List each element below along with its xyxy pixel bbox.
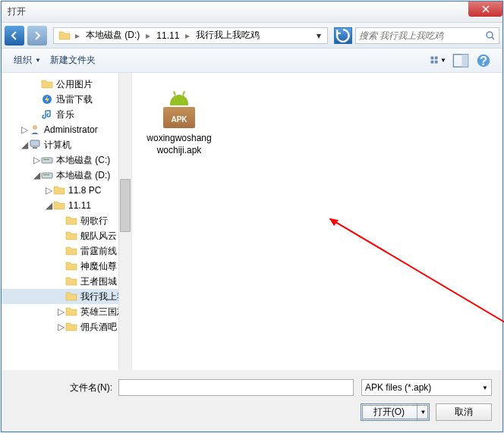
file-list[interactable]: APK woxingwoshang wochiji.apk bbox=[132, 73, 502, 370]
svg-point-10 bbox=[33, 125, 37, 130]
forward-button[interactable] bbox=[27, 26, 47, 45]
tree-expand-icon[interactable]: ▷ bbox=[56, 322, 65, 332]
tree-item[interactable]: ▷英雄三国志 bbox=[2, 304, 131, 319]
tree-expand-icon[interactable]: ◢ bbox=[32, 170, 41, 180]
svg-rect-11 bbox=[30, 140, 39, 146]
svg-rect-4 bbox=[435, 61, 438, 64]
apk-icon: APK bbox=[159, 89, 199, 128]
tree-expand-icon[interactable]: ◢ bbox=[20, 140, 29, 150]
preview-pane-button[interactable] bbox=[452, 52, 469, 69]
tree-item-label: 本地磁盘 (D:) bbox=[56, 169, 110, 182]
svg-rect-16 bbox=[43, 174, 49, 175]
main-area: 公用图片迅雷下载音乐▷Administrator◢计算机▷本地磁盘 (C:)◢本… bbox=[2, 73, 502, 370]
filetype-label: APK files (*.apk) bbox=[365, 382, 431, 393]
chevron-down-icon: ▼ bbox=[35, 57, 41, 64]
svg-marker-18 bbox=[329, 218, 339, 226]
open-button[interactable]: 打开(O) ▼ bbox=[361, 403, 430, 421]
open-button-label: 打开(O) bbox=[361, 404, 417, 420]
close-button[interactable] bbox=[468, 2, 502, 17]
tree-item[interactable]: ◢计算机 bbox=[2, 137, 131, 152]
nav-bar: ▸ 本地磁盘 (D:) ▸ 11.11 ▸ 我行我上我吃鸡 ▾ bbox=[2, 23, 502, 49]
scrollbar-thumb[interactable] bbox=[120, 179, 131, 232]
tree-item-label: 神魔仙尊 bbox=[80, 260, 117, 273]
tree-item-label: 王者围城 bbox=[80, 275, 117, 288]
tree-item[interactable]: ▷本地磁盘 (C:) bbox=[2, 152, 131, 168]
view-button[interactable]: ▼ bbox=[430, 52, 446, 69]
annotation-arrow-icon bbox=[329, 218, 504, 347]
tree-item[interactable]: 公用图片 bbox=[2, 77, 131, 92]
tree-item[interactable]: 朝歌行 bbox=[2, 213, 131, 228]
svg-rect-2 bbox=[435, 57, 438, 60]
title-bar: 打开 bbox=[2, 2, 502, 23]
tree-item[interactable]: 神魔仙尊 bbox=[2, 259, 131, 274]
tree-item[interactable]: ◢本地磁盘 (D:) bbox=[2, 168, 131, 183]
back-button[interactable] bbox=[5, 26, 24, 45]
cancel-button[interactable]: 取消 bbox=[436, 403, 492, 421]
tree-item[interactable]: ▷11.8 PC bbox=[2, 183, 131, 198]
refresh-button[interactable] bbox=[334, 27, 352, 44]
tree-item-label: 雷霆前线 bbox=[80, 245, 117, 258]
tree-expand-icon[interactable]: ▷ bbox=[32, 155, 41, 165]
tree-item-label: 音乐 bbox=[56, 108, 74, 121]
tree-item[interactable]: 我行我上我 bbox=[2, 289, 131, 304]
tree-item-label: 佣兵酒吧 bbox=[80, 321, 117, 334]
svg-rect-6 bbox=[461, 54, 468, 67]
new-folder-button[interactable]: 新建文件夹 bbox=[46, 54, 100, 67]
tree-item-label: 11.8 PC bbox=[68, 185, 101, 196]
footer: 文件名(N): APK files (*.apk) ▼ 打开(O) ▼ 取消 bbox=[2, 370, 502, 431]
address-bar[interactable]: ▸ 本地磁盘 (D:) ▸ 11.11 ▸ 我行我上我吃鸡 ▾ bbox=[53, 27, 328, 44]
filename-input[interactable] bbox=[118, 379, 354, 396]
tree-item-label: Administrator bbox=[44, 124, 98, 135]
window-title: 打开 bbox=[8, 5, 26, 18]
tree-item[interactable]: 雷霆前线 bbox=[2, 243, 131, 259]
tree-item-label: 11.11 bbox=[68, 200, 91, 211]
chevron-down-icon: ▼ bbox=[482, 384, 488, 391]
breadcrumb-dropdown-icon[interactable]: ▾ bbox=[312, 30, 326, 41]
organize-label: 组织 bbox=[14, 54, 32, 67]
svg-rect-12 bbox=[33, 147, 37, 149]
search-icon bbox=[485, 30, 496, 41]
folder-tree[interactable]: 公用图片迅雷下载音乐▷Administrator◢计算机▷本地磁盘 (C:)◢本… bbox=[2, 73, 132, 370]
tree-expand-icon[interactable]: ▷ bbox=[20, 124, 29, 135]
tree-expand-icon[interactable]: ◢ bbox=[44, 200, 53, 211]
tree-scrollbar[interactable] bbox=[118, 73, 131, 370]
tree-item-label: 公用图片 bbox=[56, 78, 93, 91]
svg-point-0 bbox=[487, 32, 493, 38]
breadcrumb-item[interactable]: 11.11 bbox=[152, 30, 184, 41]
tree-item-label: 朝歌行 bbox=[80, 215, 108, 227]
tree-item[interactable]: 舰队风云 bbox=[2, 228, 131, 243]
svg-rect-1 bbox=[431, 57, 434, 60]
file-name-label: woxingwoshang wochiji.apk bbox=[145, 133, 213, 156]
file-item-apk[interactable]: APK woxingwoshang wochiji.apk bbox=[141, 82, 217, 160]
breadcrumb-sep-icon: ▸ bbox=[184, 30, 191, 41]
folder-icon bbox=[58, 30, 71, 42]
search-box[interactable] bbox=[355, 27, 499, 44]
tree-item[interactable]: ▷佣兵酒吧 bbox=[2, 319, 131, 334]
filetype-dropdown[interactable]: APK files (*.apk) ▼ bbox=[361, 379, 492, 396]
tree-expand-icon[interactable]: ▷ bbox=[44, 185, 53, 196]
svg-text:?: ? bbox=[480, 53, 487, 67]
tree-item-label: 本地磁盘 (C:) bbox=[56, 154, 110, 167]
tree-expand-icon[interactable]: ▷ bbox=[56, 306, 65, 317]
svg-rect-15 bbox=[42, 173, 52, 178]
search-input[interactable] bbox=[359, 30, 485, 41]
filename-label: 文件名(N): bbox=[12, 381, 118, 394]
breadcrumb-sep-icon: ▸ bbox=[74, 30, 81, 41]
tree-item-label: 迅雷下载 bbox=[56, 93, 93, 106]
tree-item-label: 舰队风云 bbox=[80, 230, 117, 243]
breadcrumb-sep-icon: ▸ bbox=[144, 30, 152, 41]
organize-menu[interactable]: 组织 ▼ bbox=[9, 54, 46, 67]
tree-item[interactable]: ▷Administrator bbox=[2, 122, 131, 137]
tree-item[interactable]: ◢11.11 bbox=[2, 198, 131, 213]
tree-item[interactable]: 音乐 bbox=[2, 107, 131, 122]
apk-icon-label: APK bbox=[159, 115, 199, 124]
chevron-down-icon: ▼ bbox=[440, 57, 446, 64]
breadcrumb-item[interactable]: 我行我上我吃鸡 bbox=[191, 29, 264, 42]
svg-rect-14 bbox=[43, 159, 49, 160]
svg-rect-3 bbox=[431, 61, 434, 64]
open-dropdown-icon[interactable]: ▼ bbox=[417, 404, 429, 420]
tree-item[interactable]: 迅雷下载 bbox=[2, 92, 131, 107]
breadcrumb-item[interactable]: 本地磁盘 (D:) bbox=[81, 29, 144, 42]
tree-item[interactable]: 王者围城 bbox=[2, 274, 131, 289]
help-button[interactable]: ? bbox=[475, 52, 492, 69]
